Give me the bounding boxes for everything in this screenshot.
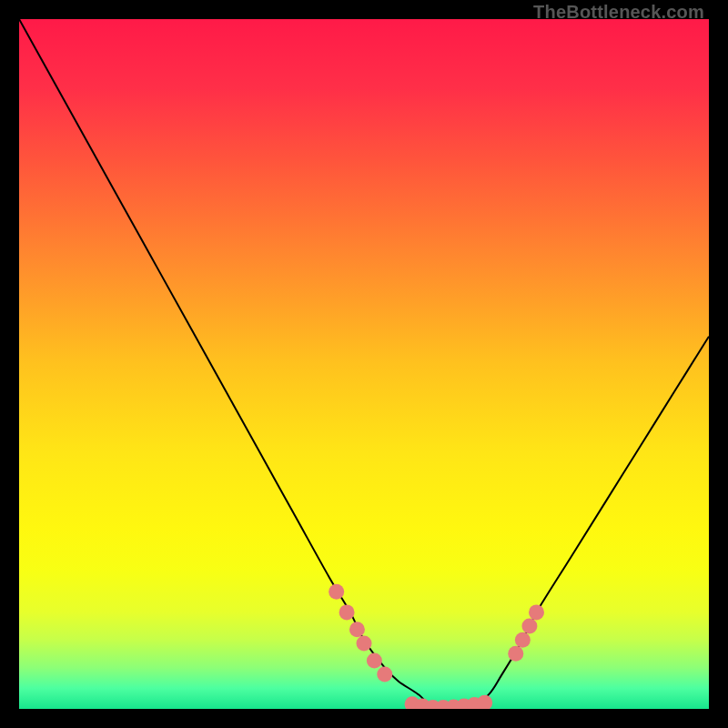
- highlight-dot: [521, 619, 537, 634]
- highlight-dot: [329, 584, 344, 600]
- highlight-dot: [508, 646, 523, 662]
- highlight-dot: [515, 632, 531, 648]
- highlight-dot: [377, 667, 392, 682]
- highlight-dot: [339, 604, 355, 620]
- highlight-dot: [367, 652, 382, 668]
- highlight-dot: [529, 604, 544, 620]
- bottleneck-chart: [19, 19, 709, 709]
- gradient-background: [19, 19, 709, 709]
- highlight-dot: [349, 622, 365, 637]
- plot-area: [19, 19, 709, 709]
- chart-frame: TheBottleneck.com: [0, 0, 728, 728]
- highlight-dot: [357, 635, 372, 651]
